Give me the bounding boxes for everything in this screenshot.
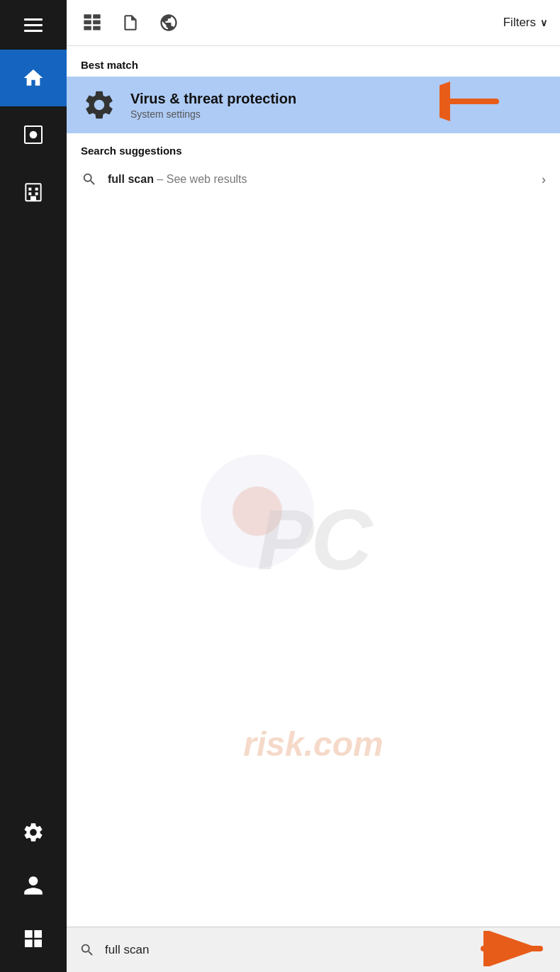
- watermark-sub-text: risk.com: [67, 725, 560, 764]
- suggestion-dim-text: – See web results: [157, 173, 247, 185]
- hamburger-icon: [24, 18, 43, 32]
- svg-rect-3: [28, 188, 31, 191]
- filters-chevron-icon: ∨: [540, 17, 547, 28]
- sidebar-bottom: [0, 805, 67, 972]
- best-match-item[interactable]: Virus & threat protection System setting…: [67, 77, 560, 133]
- search-suggestions-label: Search suggestions: [81, 145, 546, 157]
- watermark-pc-text: PC: [257, 497, 370, 582]
- suggestion-item-fullscan[interactable]: full scan – See web results ›: [81, 162, 546, 196]
- svg-rect-10: [93, 14, 101, 18]
- search-bar-icon: [79, 942, 95, 958]
- sidebar-item-record[interactable]: [0, 106, 67, 163]
- results-area: Best match Virus & threat protection Sys…: [67, 46, 560, 927]
- document-icon[interactable]: [118, 10, 143, 35]
- sidebar-nav: [0, 50, 67, 805]
- svg-rect-11: [93, 21, 101, 25]
- suggestion-bold-text: full scan: [108, 173, 154, 185]
- globe-icon[interactable]: [156, 10, 181, 35]
- best-match-label: Best match: [67, 46, 560, 77]
- svg-rect-12: [84, 26, 91, 30]
- svg-rect-13: [93, 26, 101, 30]
- svg-rect-6: [35, 192, 38, 195]
- windows-icon: [22, 927, 45, 950]
- hamburger-menu[interactable]: [0, 0, 67, 50]
- sidebar-item-building[interactable]: [0, 163, 67, 220]
- main-content: Filters ∨ Best match Virus & threat prot…: [67, 0, 560, 972]
- watermark: PC risk.com: [67, 294, 560, 785]
- svg-rect-9: [84, 21, 91, 25]
- search-suggestions-section: Search suggestions full scan – See web r…: [67, 133, 560, 196]
- grid-view-icon[interactable]: [79, 10, 105, 35]
- building-icon: [22, 180, 45, 203]
- filters-label: Filters: [503, 16, 536, 30]
- sidebar-item-settings[interactable]: [0, 805, 67, 859]
- arrow-annotation: [439, 77, 503, 133]
- sidebar-item-user[interactable]: [0, 859, 67, 912]
- toolbar: Filters ∨: [67, 0, 560, 46]
- best-match-subtitle: System settings: [130, 108, 296, 120]
- suggestion-text: full scan – See web results: [108, 173, 532, 186]
- svg-rect-5: [28, 192, 31, 195]
- svg-point-1: [30, 131, 38, 139]
- best-match-text: Virus & threat protection System setting…: [130, 91, 296, 120]
- search-input[interactable]: [105, 943, 459, 957]
- search-bar: [67, 927, 560, 972]
- sidebar-item-windows[interactable]: [0, 912, 67, 965]
- record-icon: [22, 123, 45, 146]
- best-match-title: Virus & threat protection: [130, 91, 296, 107]
- search-arrow-annotation: [469, 931, 547, 969]
- svg-rect-4: [35, 188, 38, 191]
- sidebar-item-home[interactable]: [0, 50, 67, 106]
- svg-rect-7: [30, 196, 36, 201]
- suggestion-chevron-icon: ›: [542, 172, 546, 187]
- virus-protection-icon: [81, 86, 118, 123]
- settings-icon: [22, 821, 45, 844]
- home-icon: [22, 67, 45, 89]
- sidebar: [0, 0, 67, 972]
- filters-button[interactable]: Filters ∨: [503, 16, 547, 30]
- svg-rect-8: [84, 14, 91, 18]
- user-icon: [22, 874, 45, 897]
- suggestion-search-icon: [81, 171, 98, 188]
